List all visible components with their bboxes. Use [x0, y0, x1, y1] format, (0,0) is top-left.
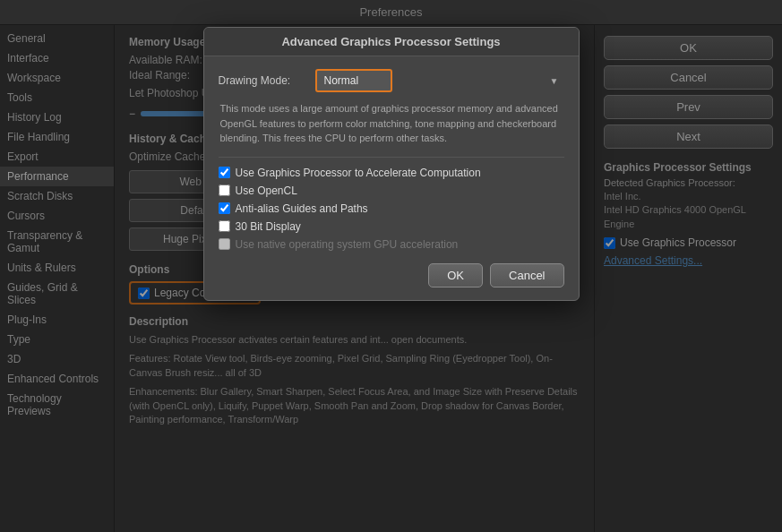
opencl-row: Use OpenCL: [219, 184, 564, 197]
native-gpu-checkbox: [219, 238, 230, 250]
30bit-row: 30 Bit Display: [219, 220, 564, 233]
modal-footer: OK Cancel: [219, 263, 564, 287]
antialias-label: Anti-alias Guides and Paths: [236, 202, 368, 215]
accelerate-label: Use Graphics Processor to Accelerate Com…: [236, 167, 481, 179]
modal-cancel-button[interactable]: Cancel: [490, 263, 563, 287]
opencl-label: Use OpenCL: [236, 184, 297, 197]
drawing-mode-select-wrapper: Basic Normal Advanced: [315, 69, 564, 92]
modal-divider: [219, 157, 564, 158]
drawing-mode-label: Drawing Mode:: [219, 74, 308, 87]
drawing-mode-select[interactable]: Basic Normal Advanced: [315, 69, 392, 92]
modal-ok-button[interactable]: OK: [428, 263, 483, 287]
modal-title: Advanced Graphics Processor Settings: [204, 28, 579, 56]
native-gpu-label: Use native operating system GPU accelera…: [236, 238, 459, 251]
modal-overlay: Advanced Graphics Processor Settings Dra…: [0, 0, 782, 532]
antialias-checkbox[interactable]: [219, 202, 230, 214]
antialias-row: Anti-alias Guides and Paths: [219, 202, 564, 215]
advanced-gfx-modal: Advanced Graphics Processor Settings Dra…: [203, 27, 580, 301]
native-gpu-row: Use native operating system GPU accelera…: [219, 238, 564, 251]
modal-body: Drawing Mode: Basic Normal Advanced This…: [204, 56, 579, 300]
accelerate-checkbox[interactable]: [219, 167, 230, 178]
drawing-mode-row: Drawing Mode: Basic Normal Advanced: [219, 69, 564, 92]
30bit-checkbox[interactable]: [219, 220, 230, 232]
accelerate-row: Use Graphics Processor to Accelerate Com…: [219, 167, 564, 179]
30bit-label: 30 Bit Display: [236, 220, 301, 233]
opencl-checkbox[interactable]: [219, 184, 230, 196]
modal-desc: This mode uses a large amount of graphic…: [219, 101, 564, 146]
